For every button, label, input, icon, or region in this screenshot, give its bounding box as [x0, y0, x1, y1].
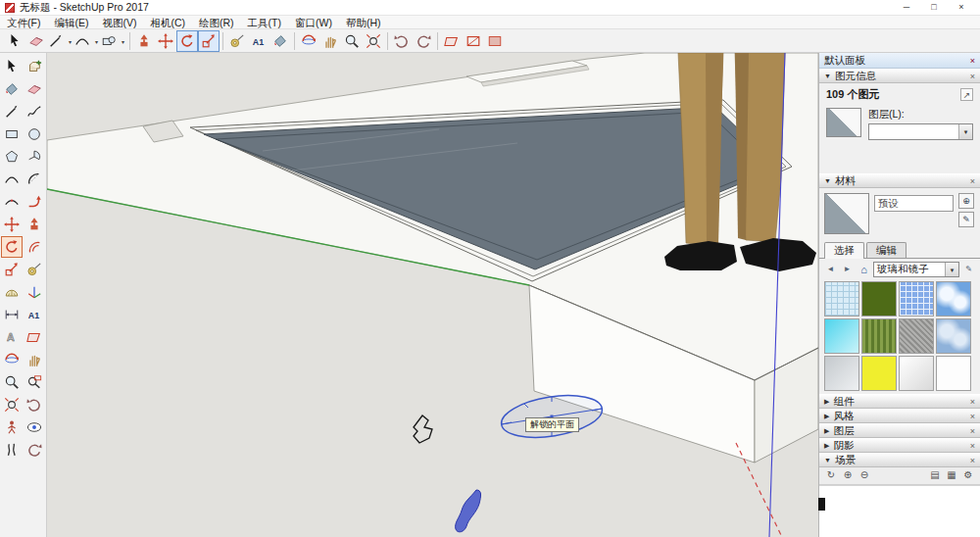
dropdown-arrow-icon[interactable]: ▾ [95, 38, 98, 45]
line-tool-button[interactable]: ▾ [47, 30, 74, 52]
eraser-tool-button[interactable] [24, 78, 45, 100]
material-swatch-white-gradient[interactable] [899, 356, 934, 391]
layers-close-icon[interactable]: × [970, 426, 975, 436]
tape-tool-button[interactable] [226, 30, 248, 52]
collapse-arrow-icon[interactable]: ▼ [824, 457, 831, 464]
material-swatch-blue-clouds[interactable] [936, 318, 971, 354]
expand-arrow-icon[interactable]: ▶ [824, 398, 829, 406]
tape-tool-button[interactable] [24, 259, 45, 280]
section-tool-button[interactable] [24, 326, 45, 348]
3d-viewport-canvas[interactable] [47, 53, 818, 537]
minimize-button[interactable]: ─ [893, 0, 920, 15]
components-close-icon[interactable]: × [970, 397, 975, 407]
section-tool-button[interactable] [441, 30, 463, 52]
paint-tool-button[interactable] [270, 30, 291, 52]
nextview-tool-button[interactable] [24, 439, 45, 461]
pushpull-tool-button[interactable] [24, 214, 45, 235]
rotate-tool-button[interactable] [176, 30, 198, 52]
select-tool-button[interactable] [1, 56, 23, 77]
section-header-components[interactable]: ▶组件× [819, 394, 980, 409]
offset-tool-button[interactable] [24, 236, 45, 258]
menu-draw[interactable]: 绘图(R) [192, 16, 241, 29]
zoomwin-tool-button[interactable] [24, 371, 45, 393]
axes-tool-button[interactable] [24, 281, 45, 303]
material-collection-dropdown[interactable]: 玻璃和镜子 ▾ [873, 262, 959, 277]
menu-tools[interactable]: 工具(T) [241, 16, 288, 29]
text-tool-button[interactable]: A1 [248, 30, 270, 52]
close-button[interactable]: × [948, 0, 975, 15]
arc3-tool-button[interactable] [1, 191, 23, 213]
scenes-list[interactable] [819, 485, 980, 537]
circle-tool-button[interactable] [24, 123, 45, 145]
material-name-field[interactable]: 预设 [874, 195, 954, 212]
add-scene-button[interactable]: ⊕ [840, 468, 856, 483]
secdisplay-tool-button[interactable] [463, 30, 484, 52]
rectangle-tool-button[interactable] [1, 123, 23, 145]
freehand-tool-button[interactable] [24, 101, 45, 122]
layer-dropdown[interactable]: ▾ [868, 123, 973, 140]
menu-view[interactable]: 视图(V) [95, 16, 143, 29]
dimension-tool-button[interactable] [1, 304, 23, 325]
poscamera-tool-button[interactable] [1, 416, 23, 438]
section-header-shadows[interactable]: ▶阴影× [819, 438, 980, 453]
prevview-tool-button[interactable] [24, 394, 45, 415]
entity-info-close-icon[interactable]: × [970, 72, 975, 81]
viewport[interactable]: 解锁的平面 [47, 53, 818, 537]
material-swatch-sky-clouds[interactable] [936, 281, 971, 317]
panel-close-icon[interactable]: × [970, 56, 975, 66]
section-header-layers[interactable]: ▶图层× [819, 423, 980, 438]
back-button[interactable]: ◄ [823, 262, 838, 276]
home-icon[interactable]: ⌂ [857, 262, 871, 276]
maximize-button[interactable]: □ [920, 0, 948, 15]
expand-arrow-icon[interactable]: ▶ [824, 442, 829, 450]
expand-arrow-icon[interactable]: ▶ [824, 413, 829, 420]
secfill-tool-button[interactable] [484, 30, 506, 52]
update-scene-button[interactable]: ↻ [823, 468, 839, 483]
material-swatch-glass-grid-blue[interactable] [899, 281, 934, 317]
zoom-tool-button[interactable] [1, 371, 23, 393]
detach-icon[interactable]: ↗ [960, 88, 973, 101]
nextview-tool-button[interactable] [413, 30, 434, 52]
arc-tool-button[interactable]: ▾ [74, 30, 100, 52]
options-button[interactable]: ⚙ [960, 468, 976, 483]
zoomext-tool-button[interactable] [363, 30, 384, 52]
select-tool-button[interactable] [4, 30, 25, 52]
expand-arrow-icon[interactable]: ▶ [824, 427, 829, 435]
protractor-tool-button[interactable] [1, 281, 23, 303]
arc-tool-button[interactable] [1, 169, 23, 190]
paint-sample-icon[interactable]: ✎ [961, 262, 976, 276]
rotate-tool-button[interactable] [1, 236, 23, 258]
material-swatch-green-stripes[interactable] [861, 318, 897, 354]
section-header-scenes[interactable]: ▼ 场景 × [819, 453, 980, 467]
scale-tool-button[interactable] [1, 259, 23, 280]
dropdown-arrow-icon[interactable]: ▾ [122, 38, 124, 45]
material-swatch-green-dark[interactable] [861, 281, 897, 317]
panel-resize-grip[interactable] [818, 498, 825, 511]
list-view-button[interactable]: ▤ [927, 468, 943, 483]
menu-edit[interactable]: 编辑(E) [47, 16, 95, 29]
pan-tool-button[interactable] [24, 349, 45, 370]
scale-tool-button[interactable] [198, 30, 220, 52]
move-tool-button[interactable] [1, 214, 23, 235]
styles-close-icon[interactable]: × [970, 412, 975, 421]
collapse-arrow-icon[interactable]: ▼ [824, 73, 831, 79]
polygon-tool-button[interactable] [1, 146, 23, 168]
menu-camera[interactable]: 相机(C) [143, 16, 192, 29]
pie-tool-button[interactable] [24, 146, 45, 168]
menu-file[interactable]: 文件(F) [0, 16, 47, 29]
material-swatch-glass-grid-light[interactable] [824, 281, 859, 317]
material-swatch-white[interactable] [936, 356, 971, 391]
chevron-down-icon[interactable]: ▾ [945, 263, 958, 276]
section-header-entity-info[interactable]: ▼ 图元信息 × [819, 69, 980, 83]
zoomext-tool-button[interactable] [1, 394, 23, 415]
eraser-tool-button[interactable] [25, 30, 47, 52]
chevron-down-icon[interactable]: ▾ [958, 124, 972, 139]
material-swatch-mirror-gray[interactable] [824, 356, 859, 391]
shadows-close-icon[interactable]: × [970, 441, 975, 451]
collapse-arrow-icon[interactable]: ▼ [824, 177, 831, 184]
dropdown-arrow-icon[interactable]: ▾ [69, 38, 72, 45]
paint-tool-button[interactable] [1, 78, 23, 100]
arc2-tool-button[interactable] [24, 169, 45, 190]
material-swatch-water-cyan[interactable] [824, 318, 859, 354]
sample-paint-button[interactable]: ✎ [958, 212, 974, 227]
